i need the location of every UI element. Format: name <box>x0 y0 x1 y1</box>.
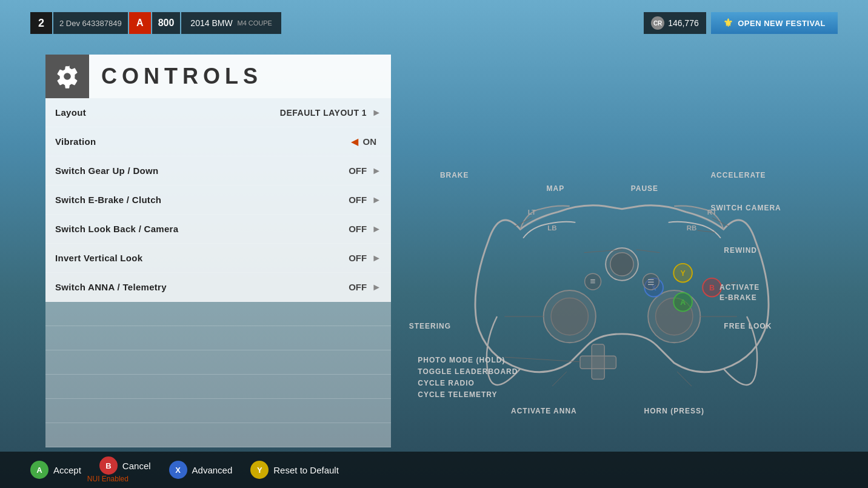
credits-badge: CR 146,776 <box>644 12 706 34</box>
gear-icon <box>55 64 79 89</box>
player-id: 2 Dev 643387849 <box>53 12 128 34</box>
menu-item-invert-look[interactable]: Invert Vertical Look OFF ► <box>45 244 391 273</box>
empty-row-5 <box>45 399 391 423</box>
controls-header: CONTROLS <box>45 55 391 98</box>
advanced-action[interactable]: X Advanced <box>169 461 233 479</box>
pi-badge: 800 <box>152 12 181 34</box>
reset-label: Reset to Default <box>273 465 339 475</box>
car-name: 2014 BMW M4 COUPE <box>181 12 281 34</box>
invert-look-value: OFF <box>349 253 367 263</box>
controller-area: Y A X B ≡ ☰ LT RT LB <box>400 112 844 440</box>
invert-look-label: Invert Vertical Look <box>55 253 349 263</box>
gear-switch-label: Switch Gear Up / Down <box>55 165 349 176</box>
map-label: MAP <box>547 184 565 193</box>
accept-label: Accept <box>53 465 81 475</box>
empty-row-1 <box>45 302 391 326</box>
layout-chevron: ► <box>372 107 381 118</box>
cr-icon: CR <box>651 16 664 30</box>
ebrake-switch-label: Switch E-Brake / Clutch <box>55 195 349 205</box>
top-right-actions: CR 146,776 ⚜ OPEN NEW FESTIVAL <box>644 12 838 34</box>
controller-labels: MAP PAUSE BRAKE ACCELERATE SWITCH CAMERA… <box>400 112 844 440</box>
ebrake-switch-chevron: ► <box>372 195 381 206</box>
menu-item-ebrake-switch[interactable]: Switch E-Brake / Clutch OFF ► <box>45 186 391 215</box>
free-look-label: FREE LOOK <box>724 322 772 330</box>
invert-look-chevron: ► <box>372 253 381 264</box>
empty-row-3 <box>45 350 391 375</box>
activate-ebrake-label: ACTIVATEE-BRAKE <box>719 282 760 303</box>
empty-row-6 <box>45 423 391 447</box>
menu-item-lookback-switch[interactable]: Switch Look Back / Camera OFF ► <box>45 215 391 244</box>
credits-value: 146,776 <box>668 18 699 28</box>
b-button[interactable]: B <box>99 456 118 475</box>
photo-mode-label: PHOTO MODE (HOLD)TOGGLE LEADERBOARDCYCLE… <box>418 355 518 401</box>
bottom-bar: A Accept B Cancel NUI Enabled X Advanced… <box>0 452 868 488</box>
gear-icon-box <box>45 55 89 98</box>
menu-item-layout[interactable]: Layout DEFAULT LAYOUT 1 ► <box>45 98 391 127</box>
vibration-value: ON <box>363 136 377 147</box>
gear-switch-chevron: ► <box>372 165 381 176</box>
nui-enabled-label: NUI Enabled <box>87 475 129 483</box>
ebrake-switch-value: OFF <box>349 195 367 205</box>
top-bar: 2 2 Dev 643387849 A 800 2014 BMW M4 COUP… <box>30 12 838 34</box>
festival-icon: ⚜ <box>723 16 733 30</box>
player-info: 2 2 Dev 643387849 A 800 2014 BMW M4 COUP… <box>30 12 281 34</box>
switch-camera-label: SWITCH CAMERA <box>710 204 781 212</box>
y-button[interactable]: Y <box>250 461 269 479</box>
layout-label: Layout <box>55 107 280 118</box>
empty-row-4 <box>45 375 391 399</box>
controls-panel: CONTROLS Layout DEFAULT LAYOUT 1 ► Vibra… <box>45 55 391 447</box>
vibration-label: Vibration <box>55 136 351 147</box>
lookback-switch-chevron: ► <box>372 224 381 235</box>
menu-item-gear-switch[interactable]: Switch Gear Up / Down OFF ► <box>45 156 391 186</box>
a-button[interactable]: A <box>30 461 48 479</box>
advanced-label: Advanced <box>192 465 233 475</box>
rewind-label: REWIND <box>724 246 757 255</box>
anna-switch-chevron: ► <box>372 282 381 293</box>
lookback-switch-value: OFF <box>349 224 367 234</box>
menu-item-anna-switch[interactable]: Switch ANNA / Telemetry OFF ► <box>45 273 391 302</box>
cancel-action[interactable]: B Cancel <box>99 456 151 475</box>
gear-switch-value: OFF <box>349 165 367 176</box>
steering-label: STEERING <box>409 322 451 330</box>
activate-anna-label: ACTIVATE ANNA <box>511 407 577 415</box>
menu-list: Layout DEFAULT LAYOUT 1 ► Vibration ◀ ON… <box>45 98 391 302</box>
layout-value: DEFAULT LAYOUT 1 <box>280 108 367 118</box>
festival-button[interactable]: ⚜ OPEN NEW FESTIVAL <box>711 12 838 34</box>
anna-switch-value: OFF <box>349 282 367 292</box>
player-number: 2 <box>30 12 52 34</box>
controller-diagram: Y A X B ≡ ☰ LT RT LB <box>400 112 844 440</box>
brake-label: BRAKE <box>440 171 469 179</box>
empty-row-2 <box>45 326 391 350</box>
anna-switch-label: Switch ANNA / Telemetry <box>55 282 349 292</box>
accelerate-label: ACCELERATE <box>710 171 766 179</box>
vibration-left-arrow: ◀ <box>351 136 358 147</box>
menu-item-vibration[interactable]: Vibration ◀ ON <box>45 127 391 156</box>
x-button[interactable]: X <box>169 461 187 479</box>
class-badge: A <box>129 12 151 34</box>
accept-action[interactable]: A Accept <box>30 461 81 479</box>
lookback-switch-label: Switch Look Back / Camera <box>55 224 349 234</box>
controls-title: CONTROLS <box>89 64 262 89</box>
horn-label: HORN (PRESS) <box>644 407 704 415</box>
pause-label: PAUSE <box>631 184 658 193</box>
reset-action[interactable]: Y Reset to Default <box>250 461 339 479</box>
cancel-label: Cancel <box>122 461 151 471</box>
